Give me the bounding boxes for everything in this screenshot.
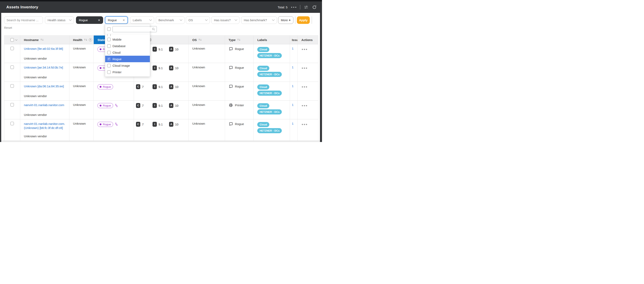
status-dot: [100, 48, 102, 50]
item-checkbox-checked[interactable]: [107, 57, 111, 61]
search-input[interactable]: [4, 18, 48, 22]
dropdown-item-rogue[interactable]: Rogue: [105, 56, 150, 62]
sort-icon[interactable]: [40, 38, 43, 41]
benchmark-filter[interactable]: Benchmark: [156, 16, 184, 24]
row-checkbox[interactable]: [10, 84, 14, 88]
hostname-link[interactable]: nanvirt-01.nanlab.nanitor.com. (Unknown)…: [24, 122, 69, 130]
hostname-link[interactable]: Unknown [9e:a6:02:6a:3f:98]: [24, 47, 69, 51]
hostname-link[interactable]: Unknown [ae:34:14:fd:0b:7e]: [24, 65, 69, 70]
row-checkbox[interactable]: [10, 122, 14, 125]
select-all-checkbox[interactable]: [107, 27, 111, 31]
vendor-label: Unknown vendor: [24, 134, 69, 139]
table-row: nanvirt-01.nanlab.nanitor.com Unknown ve…: [4, 101, 318, 119]
row-actions-button[interactable]: [302, 124, 317, 125]
cell-actions: [298, 119, 318, 141]
cell-health: Unknown: [70, 119, 94, 141]
health-status-filter[interactable]: Health status: [45, 16, 74, 24]
sort-icon[interactable]: [198, 38, 202, 41]
cell-health: Unknown: [70, 101, 94, 119]
frame-right-strip: [320, 13, 322, 142]
item-checkbox[interactable]: [107, 34, 111, 36]
vendor-label: Unknown vendor: [24, 75, 69, 80]
dropdown-item-printer[interactable]: Printer: [105, 69, 150, 75]
issues-link[interactable]: 1: [292, 103, 294, 106]
state-filter-chip[interactable]: Rogue: [76, 16, 103, 24]
header-type[interactable]: Type: [225, 35, 254, 44]
cell-hostname: nanvirt-01.nanlab.nanitor.com. (Unknown)…: [20, 119, 70, 141]
search-icon: [152, 27, 155, 31]
issues-link[interactable]: 1: [292, 122, 294, 125]
chevron-down-icon: [180, 18, 182, 21]
item-checkbox[interactable]: [107, 70, 111, 74]
table-row: nanvirt-01.nanlab.nanitor.com. (Unknown)…: [4, 119, 318, 141]
cell-health: Unknown: [70, 82, 94, 100]
cell-os: Unknown: [189, 82, 225, 100]
row-checkbox[interactable]: [10, 47, 14, 50]
header-hostname[interactable]: Hostname: [20, 35, 70, 44]
issues-link[interactable]: 1: [292, 65, 294, 69]
column-settings-button[interactable]: [304, 5, 308, 9]
hostname-link[interactable]: Unknown [da:06:1a:84:35:ee]: [24, 84, 69, 88]
dropdown-item-clipped[interactable]: [105, 34, 150, 36]
cell-type: Rogue: [225, 63, 254, 82]
more-options-button[interactable]: [291, 6, 297, 8]
row-actions-button[interactable]: [302, 86, 317, 87]
dropdown-search: [112, 26, 157, 32]
item-checkbox[interactable]: [107, 51, 111, 54]
cell-priority: C7 I9.1 A10: [134, 82, 189, 100]
chevron-down-icon[interactable]: [15, 38, 17, 41]
sliders-icon: [304, 5, 308, 9]
state-badge: Rogue: [98, 103, 113, 108]
header-health[interactable]: Health: [70, 35, 94, 44]
refresh-button[interactable]: [312, 5, 317, 9]
more-filters-button[interactable]: More+: [278, 16, 294, 24]
printer-icon: [229, 103, 233, 107]
header-select-all[interactable]: [4, 35, 20, 44]
reset-link[interactable]: Reset: [4, 26, 12, 29]
apply-button[interactable]: Apply: [297, 16, 310, 24]
cell-hostname: Unknown [da:06:1a:84:35:ee] Unknown vend…: [20, 82, 70, 100]
row-actions-button[interactable]: [302, 105, 317, 106]
cell-labels: Cloud HETZNER - DCs: [254, 82, 290, 100]
cell-state: Rogue: [94, 101, 134, 119]
row-actions-button[interactable]: [302, 67, 317, 69]
dropdown-search-input[interactable]: [114, 27, 152, 31]
row-checkbox[interactable]: [10, 103, 14, 106]
rogue-device-icon: [229, 84, 233, 88]
row-actions-button[interactable]: [302, 49, 317, 50]
cell-os: Unknown: [189, 119, 225, 141]
cell-issues: 1: [290, 82, 298, 100]
close-icon[interactable]: [98, 18, 100, 22]
dropdown-item-mobile[interactable]: Mobile: [105, 36, 150, 43]
hostname-link[interactable]: nanvirt-01.nanlab.nanitor.com: [24, 103, 69, 107]
header-os[interactable]: OS: [189, 35, 225, 44]
status-dot: [100, 86, 102, 88]
row-checkbox[interactable]: [10, 65, 14, 69]
cell-os: Unknown: [189, 63, 225, 82]
dropdown-item-cloud-image[interactable]: Cloud Image: [105, 62, 150, 69]
help-icon[interactable]: [89, 38, 92, 41]
dropdown-item-database[interactable]: Database: [105, 43, 150, 49]
sort-icon[interactable]: [84, 38, 87, 41]
filter-bar: Health status Rogue Rogue Labels Benchma…: [0, 16, 322, 24]
sort-icon[interactable]: [237, 38, 240, 41]
app-header: Assets Inventory Total: 5: [0, 1, 322, 13]
os-filter[interactable]: OS: [186, 16, 210, 24]
has-benchmark-filter[interactable]: Has benchmark?: [241, 16, 277, 24]
select-all-checkbox[interactable]: [10, 38, 14, 42]
item-checkbox[interactable]: [107, 64, 111, 67]
issues-link[interactable]: 1: [292, 47, 294, 50]
dropdown-item-cloud[interactable]: Cloud: [105, 49, 150, 56]
close-icon[interactable]: [122, 18, 125, 22]
chevron-down-icon: [272, 18, 275, 21]
cell-labels: Cloud HETZNER - DCs: [254, 119, 290, 141]
chevron-down-icon: [205, 18, 208, 21]
label-pill: Cloud: [257, 66, 269, 71]
vendor-label: Unknown vendor: [24, 113, 69, 117]
has-issues-filter[interactable]: Has issues?: [211, 16, 240, 24]
issues-link[interactable]: 1: [292, 84, 294, 88]
labels-filter[interactable]: Labels: [130, 16, 154, 24]
item-checkbox[interactable]: [107, 44, 111, 48]
state-filter-dropdown-trigger[interactable]: Rogue: [105, 16, 128, 24]
item-checkbox[interactable]: [107, 38, 111, 41]
